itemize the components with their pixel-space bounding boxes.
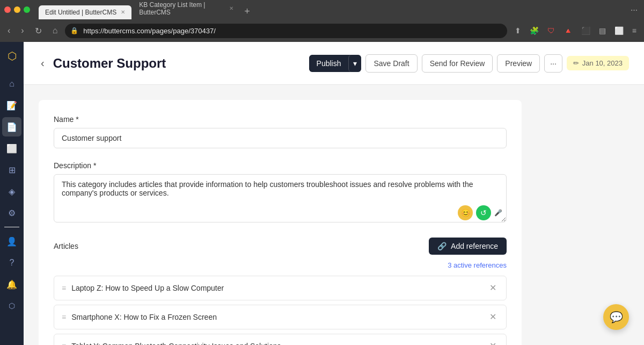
- mic-icon[interactable]: 🎤: [494, 209, 502, 217]
- publish-button-group: Publish ▾: [309, 55, 362, 72]
- articles-header: Articles 🔗 Add reference: [54, 238, 507, 255]
- article-title: Laptop Z: How to Speed Up a Slow Compute…: [71, 284, 224, 292]
- sidebar-icon-pages[interactable]: 📄: [2, 117, 21, 136]
- remove-article-button-3[interactable]: ✕: [487, 341, 499, 345]
- sidebar-icon-data[interactable]: ◈: [2, 182, 21, 201]
- link-icon: 🔗: [437, 242, 447, 250]
- page-header-left: ‹ Customer Support: [39, 55, 166, 71]
- url-input[interactable]: [65, 24, 507, 38]
- content-card: Name * Description * 😊 ↺ 🎤: [39, 100, 522, 345]
- active-refs-count: 3 active references: [54, 261, 507, 269]
- page-title: Customer Support: [53, 56, 166, 71]
- article-item-left: ≡ Smartphone X: How to Fix a Frozen Scre…: [62, 313, 217, 321]
- tabs-button[interactable]: ⬜: [611, 24, 627, 37]
- lock-icon: 🔒: [70, 27, 78, 34]
- drag-handle-icon: ≡: [62, 284, 66, 292]
- tab-active[interactable]: Edit Untitled | ButterCMS ✕: [39, 5, 131, 19]
- extension-2[interactable]: 🛡: [544, 24, 558, 37]
- refresh-icon[interactable]: ↺: [476, 205, 491, 220]
- name-input[interactable]: [54, 128, 507, 148]
- name-label: Name *: [54, 115, 507, 124]
- name-field-group: Name *: [54, 115, 507, 148]
- minimize-btn[interactable]: [14, 6, 20, 13]
- tab-close-icon-2[interactable]: ✕: [229, 6, 233, 11]
- sidebar-icon-notifications[interactable]: 🔔: [2, 275, 21, 294]
- sidebar-icon-integrations[interactable]: ⬡: [2, 296, 21, 315]
- article-item-left: ≡ Tablet Y: Common Bluetooth Connectivit…: [62, 342, 281, 345]
- article-item: ≡ Tablet Y: Common Bluetooth Connectivit…: [54, 334, 507, 345]
- article-title: Tablet Y: Common Bluetooth Connectivity …: [71, 342, 281, 345]
- textarea-wrapper: 😊 ↺ 🎤: [54, 174, 507, 225]
- back-button[interactable]: ‹: [39, 55, 47, 71]
- publish-button[interactable]: Publish: [309, 55, 349, 72]
- add-reference-button[interactable]: 🔗 Add reference: [429, 238, 507, 255]
- chat-bubble[interactable]: 💬: [603, 304, 629, 330]
- address-bar: ‹ › ↻ ⌂ 🔒 ⬆ 🧩 🛡 🔺 ⬛ ▤ ⬜ ≡: [0, 19, 644, 42]
- sidebar-icon-media[interactable]: ⬜: [2, 139, 21, 158]
- new-tab-button[interactable]: +: [242, 4, 252, 19]
- extension-3[interactable]: 🔺: [560, 24, 576, 37]
- extension-1[interactable]: 🧩: [526, 24, 542, 37]
- ai-assist-icon[interactable]: 😊: [458, 205, 473, 220]
- close-btn[interactable]: [4, 6, 11, 13]
- send-for-review-button[interactable]: Send for Review: [422, 54, 493, 73]
- back-nav-button[interactable]: ‹: [4, 24, 13, 38]
- remove-article-button-2[interactable]: ✕: [487, 312, 499, 322]
- article-title: Smartphone X: How to Fix a Frozen Screen: [71, 313, 217, 321]
- tab-title-2: KB Category List Item | ButterCMS: [139, 1, 225, 16]
- description-field-group: Description * 😊 ↺ 🎤: [54, 161, 507, 225]
- preview-button[interactable]: Preview: [497, 54, 540, 73]
- article-item: ≡ Smartphone X: How to Fix a Frozen Scre…: [54, 305, 507, 329]
- tab-title: Edit Untitled | ButterCMS: [45, 9, 116, 16]
- browser-controls-right: ⋯: [631, 6, 640, 14]
- more-actions-button[interactable]: ···: [544, 54, 562, 73]
- browser-content: ⬡ ⌂ 📝 📄 ⬜ ⊞ ◈ ⚙ 👤 ? 🔔 ⬡ ‹ Customer Suppo…: [0, 42, 644, 345]
- browser-menu[interactable]: ≡: [629, 24, 640, 37]
- remove-article-button[interactable]: ✕: [487, 283, 499, 293]
- page-header: ‹ Customer Support Publish ▾ Save Draft …: [24, 42, 644, 85]
- article-item: ≡ Laptop Z: How to Speed Up a Slow Compu…: [54, 276, 507, 300]
- sidebar-icon-users[interactable]: 👤: [2, 232, 21, 251]
- sidebar-icon-components[interactable]: ⊞: [2, 160, 21, 179]
- add-reference-label: Add reference: [451, 242, 498, 250]
- date-text: Jan 10, 2023: [582, 59, 623, 67]
- tab-inactive[interactable]: KB Category List Item | ButterCMS ✕: [133, 0, 240, 19]
- window-controls: [4, 6, 30, 13]
- description-label: Description *: [54, 161, 507, 170]
- url-bar-container: 🔒: [65, 24, 507, 38]
- extensions-menu[interactable]: ⬛: [578, 24, 594, 37]
- dropdown-arrow-icon: ▾: [353, 59, 357, 68]
- page-main: ‹ Customer Support Publish ▾ Save Draft …: [24, 42, 644, 345]
- drag-handle-icon: ≡: [62, 342, 66, 345]
- reload-button[interactable]: ↻: [32, 24, 45, 38]
- home-nav-button[interactable]: ⌂: [49, 24, 61, 38]
- maximize-btn[interactable]: [24, 6, 30, 13]
- articles-section: Articles 🔗 Add reference 3 active refere…: [54, 238, 507, 345]
- page-header-actions: Publish ▾ Save Draft Send for Review Pre…: [309, 54, 629, 73]
- edit-icon: ✏: [573, 59, 579, 67]
- sidebar-icon-home[interactable]: ⌂: [2, 74, 21, 94]
- textarea-tools: 😊 ↺ 🎤: [458, 205, 502, 220]
- app-sidebar: ⬡ ⌂ 📝 📄 ⬜ ⊞ ◈ ⚙ 👤 ? 🔔 ⬡: [0, 42, 24, 345]
- sidebar-icon-settings[interactable]: ⚙: [2, 203, 21, 222]
- tab-close-icon[interactable]: ✕: [121, 10, 125, 15]
- article-item-left: ≡ Laptop Z: How to Speed Up a Slow Compu…: [62, 284, 224, 292]
- save-draft-button[interactable]: Save Draft: [365, 54, 417, 73]
- share-button[interactable]: ⬆: [511, 24, 524, 37]
- sidebar-icon-logo: ⬡: [2, 46, 21, 66]
- page-content: Name * Description * 😊 ↺ 🎤: [24, 85, 644, 345]
- sidebar-icon-help[interactable]: ?: [2, 253, 21, 272]
- forward-nav-button[interactable]: ›: [18, 24, 27, 38]
- description-textarea[interactable]: [54, 174, 507, 222]
- articles-label: Articles: [54, 242, 78, 250]
- sidebar-toggle[interactable]: ▤: [596, 24, 609, 37]
- browser-extensions: ⬆ 🧩 🛡 🔺 ⬛ ▤ ⬜ ≡: [511, 24, 640, 37]
- publish-dropdown-button[interactable]: ▾: [348, 55, 361, 72]
- sidebar-icon-blog[interactable]: 📝: [2, 96, 21, 115]
- date-badge: ✏ Jan 10, 2023: [567, 56, 629, 70]
- drag-handle-icon: ≡: [62, 313, 66, 321]
- chat-icon: 💬: [610, 311, 623, 324]
- browser-titlebar: Edit Untitled | ButterCMS ✕ KB Category …: [0, 0, 644, 19]
